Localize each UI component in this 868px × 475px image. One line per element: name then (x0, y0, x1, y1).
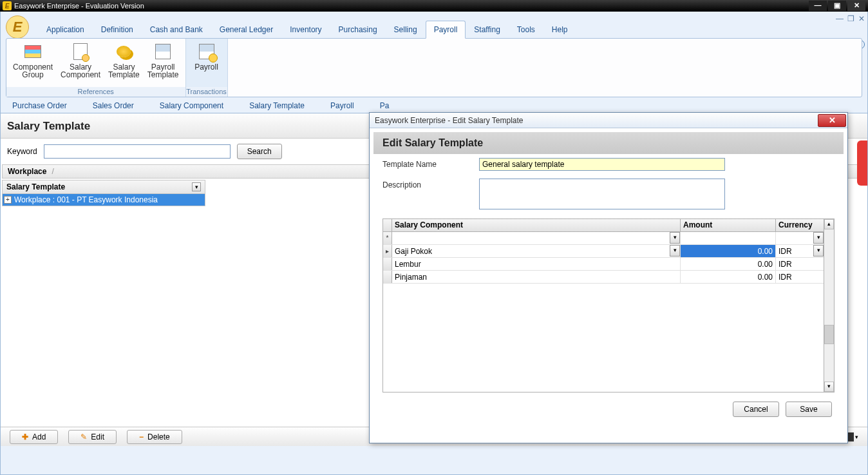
os-maximize-button[interactable]: ▣ (828, 1, 846, 11)
plus-icon: ✚ (22, 432, 28, 441)
coins-icon (113, 41, 134, 62)
row1-component[interactable]: Lembur (392, 258, 681, 270)
add-button[interactable]: ✚Add (10, 430, 58, 444)
tab-salary-component[interactable]: Salary Component (160, 101, 223, 110)
new-row-marker: * (383, 232, 392, 244)
dialog-titlebar[interactable]: Easywork Enterprise - Edit Salary Templa… (370, 113, 847, 128)
breadcrumb-root: Workplace (8, 167, 46, 176)
menu-tools[interactable]: Tools (509, 21, 543, 39)
dialog-heading: Edit Salary Template (373, 132, 844, 154)
row-marker-current: ▸ (383, 245, 392, 257)
grid-header[interactable]: Salary Template ▾ (2, 180, 205, 194)
ribbon: ComponentGroup SalaryComponent SalaryTem… (6, 38, 862, 97)
menu-purchasing[interactable]: Purchasing (330, 21, 386, 39)
row-marker (383, 258, 392, 270)
menu-payroll[interactable]: Payroll (426, 21, 466, 39)
chevron-down-icon[interactable]: ▾ (813, 232, 824, 244)
menubar-row: E Application Definition Cash and Bank G… (1, 12, 867, 39)
app-frame: — ❐ ✕ i E Application Definition Cash an… (0, 12, 868, 475)
tab-salary-template[interactable]: Salary Template (249, 101, 305, 110)
row1-currency[interactable]: IDR (776, 258, 824, 270)
new-row-currency[interactable]: ▾ (776, 232, 824, 244)
save-button[interactable]: Save (786, 402, 832, 417)
chevron-down-icon[interactable]: ▾ (813, 245, 824, 257)
grid-row-text: Workplace : 001 - PT Easywork Indonesia (14, 195, 158, 204)
os-minimize-button[interactable]: — (809, 1, 827, 11)
grid-header-currency[interactable]: Currency (776, 219, 824, 231)
grid-header-amount[interactable]: Amount (681, 219, 776, 231)
inner-window-controls: — ❐ ✕ (836, 14, 865, 23)
grid-new-row[interactable]: * ▾ ▾ (383, 232, 824, 245)
grid-row-0[interactable]: ▸ Gaji Pokok▾ 0.00 IDR▾ (383, 245, 824, 258)
description-row: Description (373, 175, 844, 213)
tab-purchase-order[interactable]: Purchase Order (12, 101, 67, 110)
os-window-title: Easywork Enterprise - Evaluation Version (14, 2, 807, 10)
expand-icon[interactable]: + (4, 196, 12, 204)
search-button[interactable]: Search (237, 144, 282, 159)
grid-row-1[interactable]: Lembur 0.00 IDR (383, 258, 824, 271)
grid-row-selected[interactable]: + Workplace : 001 - PT Easywork Indonesi… (2, 194, 205, 206)
scroll-down-icon[interactable]: ▾ (824, 382, 834, 392)
grid-vertical-scrollbar[interactable]: ▴ ▾ (824, 219, 834, 392)
scroll-thumb[interactable] (824, 325, 834, 344)
row1-amount[interactable]: 0.00 (681, 258, 776, 270)
cancel-button[interactable]: Cancel (733, 402, 779, 417)
chevron-down-icon[interactable]: ▾ (192, 182, 201, 191)
edit-salary-template-dialog: Easywork Enterprise - Edit Salary Templa… (369, 112, 848, 443)
ribbon-group-transactions: Payroll Transactions (186, 39, 228, 97)
inner-minimize-button[interactable]: — (836, 14, 844, 23)
template-name-input[interactable] (479, 158, 725, 171)
side-handle[interactable] (857, 141, 867, 186)
app-logo[interactable]: E (6, 15, 29, 39)
tab-payroll[interactable]: Payroll (330, 101, 354, 110)
tab-truncated[interactable]: Pa (380, 101, 390, 110)
row2-amount[interactable]: 0.00 (681, 271, 776, 283)
menu-selling[interactable]: Selling (386, 21, 426, 39)
ribbon-component-group[interactable]: ComponentGroup (9, 40, 57, 86)
ribbon-salary-component[interactable]: SalaryComponent (57, 40, 104, 86)
ribbon-group-label-transactions: Transactions (186, 87, 227, 97)
tab-sales-order[interactable]: Sales Order (93, 101, 134, 110)
salary-component-grid: Salary Component Amount Currency * ▾ ▾ ▸ (382, 218, 835, 393)
grid-header-component[interactable]: Salary Component (392, 219, 681, 231)
new-row-amount[interactable] (681, 232, 776, 244)
pencil-icon: ✎ (80, 432, 87, 441)
grid-header-row: Salary Component Amount Currency (383, 219, 824, 232)
edit-button[interactable]: ✎Edit (68, 430, 117, 444)
menu-general-ledger[interactable]: General Ledger (211, 21, 281, 39)
ribbon-salary-template[interactable]: SalaryTemplate (104, 40, 144, 86)
dialog-close-button[interactable]: ✕ (818, 114, 846, 127)
document-tabs: Purchase Order Sales Order Salary Compon… (1, 97, 867, 113)
row2-component[interactable]: Pinjaman (392, 271, 681, 283)
os-close-button[interactable]: ✕ (847, 1, 865, 11)
row0-component[interactable]: Gaji Pokok▾ (392, 245, 681, 257)
menu-inventory[interactable]: Inventory (281, 21, 330, 39)
grid-row-2[interactable]: Pinjaman 0.00 IDR (383, 271, 824, 284)
dialog-body: Edit Salary Template Template Name Descr… (370, 128, 847, 430)
row0-currency[interactable]: IDR▾ (776, 245, 824, 257)
description-input[interactable] (479, 179, 725, 209)
inner-close-button[interactable]: ✕ (858, 14, 865, 23)
table-icon (153, 41, 173, 62)
new-row-component[interactable]: ▾ (392, 232, 681, 244)
row0-amount[interactable]: 0.00 (681, 245, 776, 257)
menu-cash-and-bank[interactable]: Cash and Bank (142, 21, 211, 39)
row-marker (383, 271, 392, 283)
delete-button[interactable]: −Delete (127, 430, 182, 444)
ribbon-payroll[interactable]: Payroll (189, 40, 225, 86)
template-name-label: Template Name (382, 158, 479, 169)
row2-currency[interactable]: IDR (776, 271, 824, 283)
chevron-down-icon[interactable]: ▾ (670, 245, 680, 257)
menu-staffing[interactable]: Staffing (466, 21, 508, 39)
menu-definition[interactable]: Definition (93, 21, 142, 39)
menu-help[interactable]: Help (543, 21, 576, 39)
template-name-row: Template Name (373, 154, 844, 175)
ribbon-payroll-template[interactable]: PayrollTemplate (144, 40, 183, 86)
keyword-input[interactable] (44, 144, 231, 159)
os-titlebar: E Easywork Enterprise - Evaluation Versi… (0, 0, 868, 12)
menu-application[interactable]: Application (38, 21, 93, 39)
scroll-up-icon[interactable]: ▴ (824, 219, 834, 229)
chevron-down-icon[interactable]: ▾ (670, 232, 680, 244)
inner-restore-button[interactable]: ❐ (847, 14, 854, 23)
chevron-down-icon: ▾ (855, 434, 858, 440)
